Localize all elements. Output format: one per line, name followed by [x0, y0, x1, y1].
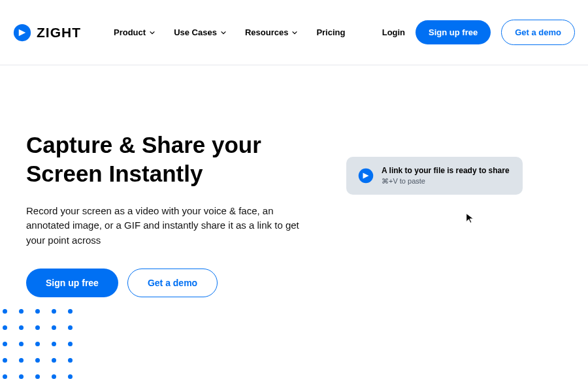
nav-pricing[interactable]: Pricing — [316, 27, 345, 37]
dot — [68, 309, 73, 314]
notification-subtitle: ⌘+V to paste — [382, 177, 511, 186]
chevron-down-icon — [291, 29, 298, 36]
nav-use-cases-label: Use Cases — [174, 27, 217, 37]
dot — [68, 325, 73, 330]
dot — [68, 374, 73, 379]
hero-section: Capture & Share your Screen Instantly Re… — [0, 65, 588, 297]
decorative-dots — [0, 309, 73, 379]
hero-actions: Sign up free Get a demo — [26, 269, 314, 297]
cursor-icon — [465, 212, 477, 224]
chevron-down-icon — [220, 29, 227, 36]
dot — [68, 342, 73, 346]
dot — [35, 309, 40, 314]
dot — [19, 374, 24, 379]
logo[interactable]: ZIGHT — [13, 24, 81, 42]
dot — [35, 358, 40, 363]
dot — [52, 325, 56, 330]
hero-content: Capture & Share your Screen Instantly Re… — [26, 131, 314, 297]
hero-title: Capture & Share your Screen Instantly — [26, 131, 314, 188]
nav-resources-label: Resources — [245, 27, 288, 37]
demo-button-header[interactable]: Get a demo — [501, 20, 575, 45]
logo-text: ZIGHT — [37, 25, 81, 41]
dot — [3, 358, 7, 363]
nav-pricing-label: Pricing — [316, 27, 345, 37]
dot — [35, 342, 40, 346]
dot — [19, 342, 24, 346]
dot — [19, 325, 24, 330]
dot — [52, 374, 56, 379]
notification-title: A link to your file is ready to share — [382, 166, 511, 175]
login-link[interactable]: Login — [382, 27, 405, 37]
header-actions: Login Sign up free Get a demo — [382, 20, 575, 45]
dot — [35, 325, 40, 330]
signup-button-hero[interactable]: Sign up free — [26, 269, 118, 297]
hero-subtitle: Record your screen as a video with your … — [26, 204, 314, 248]
header: ZIGHT Product Use Cases Resources Pricin… — [0, 0, 588, 65]
dot — [19, 309, 24, 314]
dot — [68, 358, 73, 363]
demo-button-hero[interactable]: Get a demo — [127, 269, 218, 297]
nav-product-label: Product — [114, 27, 146, 37]
signup-button-header[interactable]: Sign up free — [416, 20, 491, 44]
zight-logo-icon — [13, 24, 31, 42]
nav-resources[interactable]: Resources — [245, 27, 298, 37]
dot — [52, 358, 56, 363]
dot — [3, 309, 7, 314]
nav-product[interactable]: Product — [114, 27, 155, 37]
dot — [52, 309, 56, 314]
dot — [52, 342, 56, 346]
main-nav: Product Use Cases Resources Pricing — [114, 27, 382, 37]
dot — [3, 325, 7, 330]
share-notification: A link to your file is ready to share ⌘+… — [346, 157, 523, 195]
dot — [19, 358, 24, 363]
dot — [3, 342, 7, 346]
zight-logo-icon — [358, 168, 374, 184]
notification-content: A link to your file is ready to share ⌘+… — [382, 166, 511, 186]
dot — [35, 374, 40, 379]
nav-use-cases[interactable]: Use Cases — [174, 27, 227, 37]
chevron-down-icon — [149, 29, 155, 36]
dot — [3, 374, 7, 379]
